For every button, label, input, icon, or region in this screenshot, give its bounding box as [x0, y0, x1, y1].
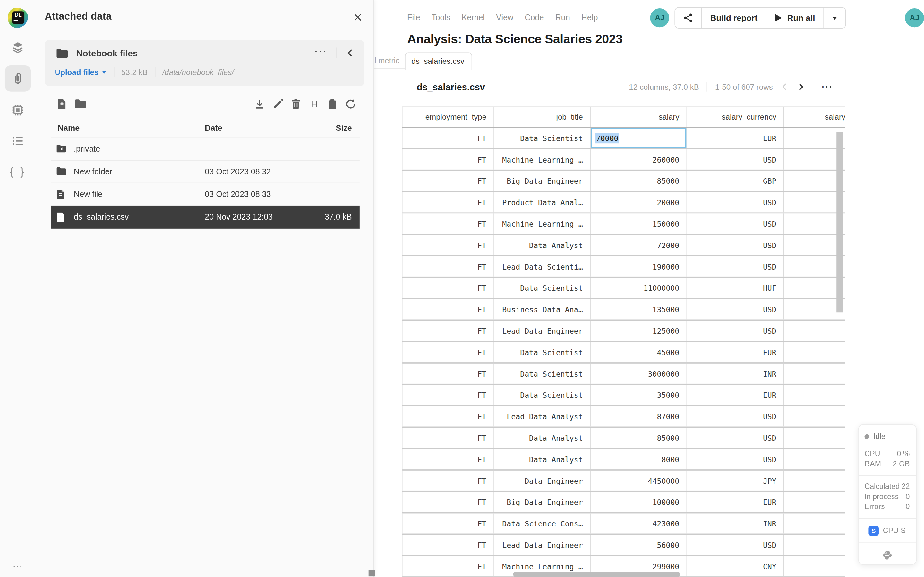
tab-metrics-partial[interactable]: l metric: [375, 56, 399, 65]
table-cell[interactable]: USD: [687, 535, 783, 555]
table-cell[interactable]: FT: [402, 299, 494, 319]
table-cell[interactable]: Data Scientist: [493, 128, 590, 148]
table-cell[interactable]: 135000: [590, 299, 687, 319]
column-header-salary_currency-3[interactable]: salary_currency: [687, 107, 783, 127]
table-cell[interactable]: USD: [687, 406, 783, 426]
table-cell[interactable]: EUR: [687, 128, 783, 148]
table-cell[interactable]: FT: [402, 321, 494, 341]
table-cell[interactable]: USD: [687, 213, 783, 234]
table-cell[interactable]: JPY: [687, 471, 783, 491]
table-cell[interactable]: [783, 299, 845, 319]
table-cell[interactable]: Data Scientist: [493, 364, 590, 384]
table-cell[interactable]: 87000: [590, 406, 687, 426]
table-cell[interactable]: Product Data Anal…: [493, 192, 590, 212]
table-cell[interactable]: [783, 364, 845, 384]
table-cell[interactable]: 11000000: [590, 278, 687, 298]
column-header-name[interactable]: Name: [51, 124, 205, 133]
table-cell[interactable]: [783, 278, 845, 298]
table-cell[interactable]: FT: [402, 213, 494, 234]
table-cell[interactable]: Lead Data Engineer: [493, 321, 590, 341]
file-row-new-folder[interactable]: New folder03 Oct 2023 08:32: [51, 161, 360, 183]
table-cell[interactable]: Data Science Cons…: [493, 513, 590, 533]
table-cell[interactable]: Data Scientist: [493, 385, 590, 405]
table-cell[interactable]: INR: [687, 513, 783, 533]
file-row-new-file[interactable]: New file03 Oct 2023 08:33: [51, 183, 360, 206]
table-cell[interactable]: [783, 513, 845, 533]
column-header-size[interactable]: Size: [309, 124, 353, 133]
table-cell[interactable]: Lead Data Analyst: [493, 406, 590, 426]
table-cell[interactable]: USD: [687, 192, 783, 212]
build-report-button[interactable]: Build report: [702, 8, 766, 28]
table-cell[interactable]: 20000: [590, 192, 687, 212]
table-cell[interactable]: [783, 406, 845, 426]
collapse-panel-icon[interactable]: [344, 47, 355, 58]
close-icon[interactable]: [352, 12, 365, 24]
table-cell[interactable]: INR: [687, 364, 783, 384]
outline-icon[interactable]: [11, 134, 24, 147]
table-cell[interactable]: 190000: [590, 256, 687, 277]
share-button[interactable]: [675, 8, 701, 28]
table-cell[interactable]: EUR: [687, 342, 783, 362]
table-cell[interactable]: 56000: [590, 535, 687, 555]
table-cell[interactable]: FT: [402, 385, 494, 405]
attached-data-icon[interactable]: [11, 72, 24, 85]
menu-item-file[interactable]: File: [407, 13, 420, 22]
table-cell[interactable]: Big Data Engineer: [493, 171, 590, 191]
menu-item-kernel[interactable]: Kernel: [462, 13, 485, 22]
table-cell[interactable]: Business Data Ana…: [493, 299, 590, 319]
table-cell[interactable]: [783, 535, 845, 555]
table-cell[interactable]: GBP: [687, 171, 783, 191]
table-cell[interactable]: CNY: [687, 556, 783, 576]
table-cell[interactable]: [783, 256, 845, 277]
new-file-icon[interactable]: [57, 99, 67, 109]
table-cell[interactable]: USD: [687, 428, 783, 448]
table-cell[interactable]: [783, 492, 845, 512]
table-cell[interactable]: EUR: [687, 492, 783, 512]
table-cell[interactable]: [783, 385, 845, 405]
table-cell[interactable]: 85000: [590, 171, 687, 191]
table-cell[interactable]: USD: [687, 299, 783, 319]
table-cell[interactable]: 85000: [590, 428, 687, 448]
table-cell[interactable]: FT: [402, 256, 494, 277]
run-options-button[interactable]: [824, 8, 845, 28]
table-cell[interactable]: USD: [687, 256, 783, 277]
run-all-button[interactable]: Run all: [766, 8, 824, 28]
table-cell[interactable]: 8000: [590, 449, 687, 469]
table-cell[interactable]: 45000: [590, 342, 687, 362]
user-avatar[interactable]: AJ: [905, 8, 924, 27]
table-cell[interactable]: Lead Data Scienti…: [493, 256, 590, 277]
table-cell[interactable]: [783, 128, 845, 148]
download-icon[interactable]: [254, 99, 265, 109]
menu-item-help[interactable]: Help: [582, 13, 598, 22]
table-cell[interactable]: [783, 235, 845, 255]
layers-icon[interactable]: [11, 40, 25, 55]
rename-icon[interactable]: [273, 99, 283, 109]
table-cell[interactable]: Data Scientist: [493, 278, 590, 298]
table-cell[interactable]: USD: [687, 149, 783, 169]
horizontal-scrollbar[interactable]: [513, 572, 680, 577]
upload-files-button[interactable]: Upload files: [55, 68, 107, 77]
table-cell[interactable]: Machine Learning …: [493, 213, 590, 234]
table-cell[interactable]: 260000: [590, 149, 687, 169]
column-header-salary-4[interactable]: salary: [783, 107, 845, 127]
table-cell[interactable]: FT: [402, 513, 494, 533]
table-cell[interactable]: [783, 149, 845, 169]
table-cell[interactable]: Data Engineer: [493, 471, 590, 491]
new-folder-icon[interactable]: [75, 99, 86, 109]
table-cell[interactable]: [783, 213, 845, 234]
refresh-icon[interactable]: [345, 99, 356, 109]
next-page-icon[interactable]: [796, 83, 805, 91]
table-cell[interactable]: FT: [402, 364, 494, 384]
table-cell[interactable]: HUF: [687, 278, 783, 298]
datalore-logo[interactable]: DL: [8, 8, 28, 28]
table-cell[interactable]: FT: [402, 535, 494, 555]
table-cell[interactable]: 150000: [590, 213, 687, 234]
table-cell[interactable]: [783, 428, 845, 448]
table-cell[interactable]: USD: [687, 449, 783, 469]
table-cell[interactable]: 125000: [590, 321, 687, 341]
table-cell[interactable]: USD: [687, 321, 783, 341]
table-cell[interactable]: [783, 449, 845, 469]
variables-icon[interactable]: { }: [10, 165, 26, 179]
table-cell[interactable]: FT: [402, 128, 494, 148]
table-cell[interactable]: FT: [402, 492, 494, 512]
